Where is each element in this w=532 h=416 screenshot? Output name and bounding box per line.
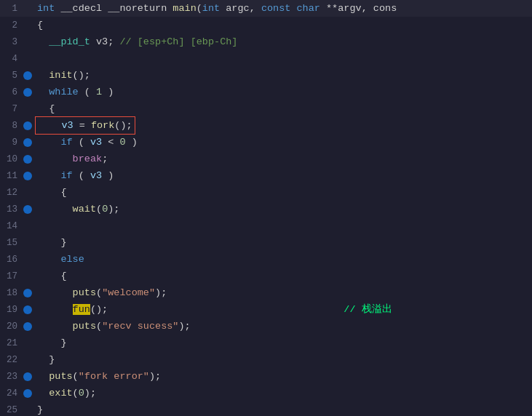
breakpoint[interactable] [23, 406, 32, 415]
line-number: 1 [3, 4, 23, 14]
code-text: } [36, 401, 532, 416]
breakpoint[interactable] [23, 255, 32, 264]
breakpoint[interactable] [23, 356, 32, 364]
breakpoint[interactable] [23, 105, 32, 113]
line-number: 3 [3, 37, 23, 47]
breakpoint[interactable] [23, 138, 32, 147]
code-text: if ( v3 ) [36, 167, 532, 184]
line-number: 8 [3, 121, 23, 131]
line-number: 25 [3, 405, 23, 415]
code-line: 21 } [0, 335, 532, 351]
breakpoint[interactable] [23, 71, 32, 80]
breakpoint[interactable] [23, 55, 32, 63]
code-text: { [36, 17, 532, 33]
line-number: 11 [3, 171, 23, 181]
code-text: puts("welcome"); [36, 284, 532, 301]
line-number: 24 [3, 388, 23, 399]
breakpoint[interactable] [23, 389, 32, 398]
line-number: 6 [3, 87, 23, 97]
breakpoint[interactable] [23, 21, 32, 30]
breakpoint[interactable] [23, 121, 32, 130]
line-number: 13 [3, 204, 23, 215]
code-text: wait(0); [36, 201, 532, 217]
code-line: 9 if ( v3 < 0 ) [0, 134, 532, 151]
code-line: 1int __cdecl __noreturn main(int argc, c… [0, 0, 532, 17]
code-text: { [36, 100, 532, 117]
code-line: 13 wait(0); [0, 201, 532, 217]
code-text: else [36, 251, 532, 268]
code-line: 8 v3 = fork(); [0, 117, 532, 134]
code-line: 15 } [0, 234, 532, 251]
breakpoint[interactable] [23, 339, 32, 348]
code-line: 22 } [0, 351, 532, 368]
line-number: 9 [3, 137, 23, 148]
line-number: 20 [3, 321, 23, 332]
code-line: 17 { [0, 268, 532, 284]
code-line: 12 { [0, 184, 532, 201]
code-text: } [36, 335, 532, 351]
line-number: 21 [3, 338, 23, 348]
code-line: 18 puts("welcome"); [0, 284, 532, 301]
code-line: 5 init(); [0, 67, 532, 84]
code-text: int __cdecl __noreturn main(int argc, co… [36, 0, 532, 17]
code-text: exit(0); [36, 385, 532, 401]
code-text: fun(); // 栈溢出 [36, 301, 532, 318]
code-line: 4 [0, 50, 532, 67]
code-text: if ( v3 < 0 ) [36, 134, 532, 151]
code-line: 23 puts("fork error"); [0, 368, 532, 385]
breakpoint[interactable] [23, 322, 32, 331]
breakpoint[interactable] [23, 372, 32, 381]
breakpoint[interactable] [23, 188, 32, 197]
code-line: 3 __pid_t v3; // [esp+Ch] [ebp-Ch] [0, 33, 532, 50]
code-line: 20 puts("recv sucess"); [0, 318, 532, 335]
breakpoint[interactable] [23, 88, 32, 97]
code-line: 25} [0, 401, 532, 416]
code-text: while ( 1 ) [36, 84, 532, 100]
line-number: 16 [3, 255, 23, 265]
code-text: { [36, 268, 532, 284]
code-line: 19 fun(); // 栈溢出 [0, 301, 532, 318]
code-editor: 1int __cdecl __noreturn main(int argc, c… [0, 0, 532, 416]
line-number: 12 [3, 188, 23, 198]
breakpoint[interactable] [23, 222, 32, 231]
line-number: 4 [3, 54, 23, 64]
code-text: init(); [36, 67, 532, 84]
code-text: v3 = fork(); [36, 116, 532, 135]
line-number: 18 [3, 288, 23, 298]
code-text: puts("recv sucess"); [36, 318, 532, 335]
code-text: puts("fork error"); [36, 368, 532, 385]
line-number: 23 [3, 372, 23, 382]
line-number: 5 [3, 71, 23, 81]
line-number: 2 [3, 20, 23, 31]
breakpoint[interactable] [23, 272, 32, 281]
code-line: 2{ [0, 17, 532, 33]
line-number: 19 [3, 305, 23, 315]
breakpoint[interactable] [23, 4, 32, 13]
code-text: { [36, 184, 532, 201]
line-number: 10 [3, 154, 23, 164]
breakpoint[interactable] [23, 205, 32, 214]
breakpoint[interactable] [23, 239, 32, 247]
breakpoint[interactable] [23, 172, 32, 180]
code-line: 7 { [0, 100, 532, 117]
breakpoint[interactable] [23, 38, 32, 47]
code-text: } [36, 234, 532, 251]
breakpoint[interactable] [23, 289, 32, 297]
code-line: 16 else [0, 251, 532, 268]
code-text: break; [36, 151, 532, 167]
code-line: 10 break; [0, 151, 532, 167]
line-number: 22 [3, 355, 23, 365]
code-line: 24 exit(0); [0, 385, 532, 401]
line-number: 14 [3, 221, 23, 231]
breakpoint[interactable] [23, 155, 32, 164]
line-number: 7 [3, 104, 23, 114]
code-text: } [36, 351, 532, 368]
code-line: 11 if ( v3 ) [0, 167, 532, 184]
code-text: __pid_t v3; // [esp+Ch] [ebp-Ch] [36, 33, 532, 50]
code-line: 14 [0, 217, 532, 234]
code-line: 6 while ( 1 ) [0, 84, 532, 100]
breakpoint[interactable] [23, 305, 32, 314]
line-number: 17 [3, 271, 23, 281]
line-number: 15 [3, 238, 23, 248]
